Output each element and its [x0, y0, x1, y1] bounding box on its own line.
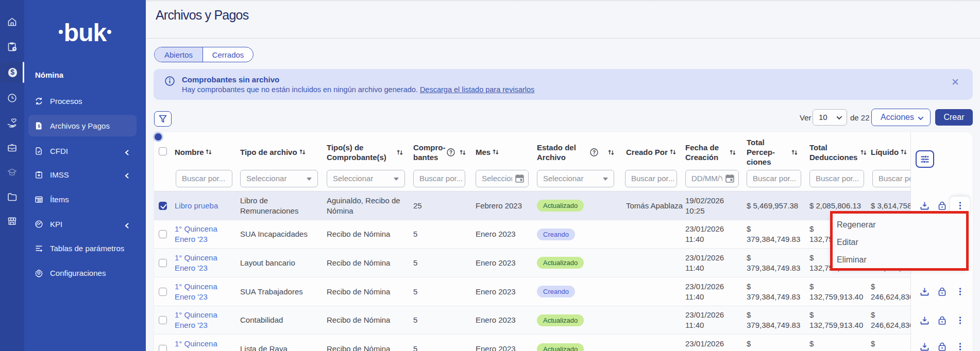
svg-text:?: ? [449, 150, 452, 155]
svg-text:$: $ [38, 124, 40, 129]
svg-text:?: ? [593, 150, 596, 155]
